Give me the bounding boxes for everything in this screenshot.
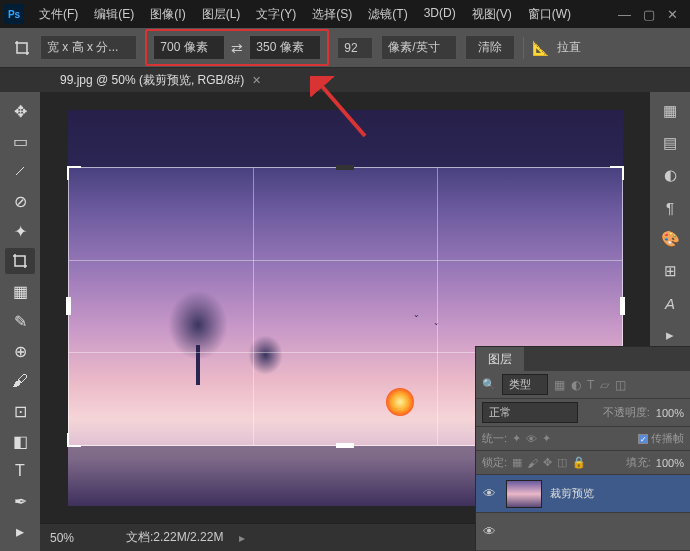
crop-handle-top[interactable]: [336, 165, 354, 170]
path-select-tool[interactable]: ▸: [5, 518, 35, 544]
resolution-unit-select[interactable]: 像素/英寸: [381, 35, 456, 60]
crop-handle-right[interactable]: [620, 297, 625, 315]
layer-row[interactable]: 👁: [476, 513, 690, 551]
filter-adjust-icon[interactable]: ◐: [571, 378, 581, 392]
filter-shape-icon[interactable]: ▱: [600, 378, 609, 392]
crop-height-input[interactable]: 350 像素: [249, 35, 321, 60]
filter-smart-icon[interactable]: ◫: [615, 378, 626, 392]
swatches-panel-icon[interactable]: 🎨: [656, 226, 684, 252]
document-info[interactable]: 文档:2.22M/2.22M: [126, 529, 223, 546]
crop-grid-line: [437, 168, 438, 445]
fill-value[interactable]: 100%: [656, 457, 684, 469]
menu-view[interactable]: 视图(V): [465, 2, 519, 27]
menu-window[interactable]: 窗口(W): [521, 2, 578, 27]
lasso-tool[interactable]: ⟋: [5, 158, 35, 184]
magic-wand-tool[interactable]: ✦: [5, 218, 35, 244]
app-icon: Ps: [4, 4, 24, 24]
layers-unify-row: 统一: ✦ 👁 ✦ ✓ 传播帧: [476, 427, 690, 451]
lock-artboard-icon[interactable]: ◫: [557, 456, 567, 469]
crop-handle-bl[interactable]: [67, 433, 81, 447]
actions-panel-icon[interactable]: ▸: [656, 322, 684, 348]
clear-button[interactable]: 清除: [465, 35, 515, 60]
layers-lock-row: 锁定: ▦ 🖌 ✥ ◫ 🔒 填充: 100%: [476, 451, 690, 475]
crop-handle-tl[interactable]: [67, 166, 81, 180]
libraries-panel-icon[interactable]: ⊞: [656, 258, 684, 284]
fill-label: 填充:: [626, 455, 651, 470]
crop-width-input[interactable]: 700 像素: [153, 35, 225, 60]
menu-filter[interactable]: 滤镜(T): [361, 2, 414, 27]
propagate-checkbox[interactable]: ✓: [638, 434, 648, 444]
layer-name[interactable]: 裁剪预览: [550, 486, 594, 501]
properties-panel-icon[interactable]: ▤: [656, 130, 684, 156]
opacity-value[interactable]: 100%: [656, 407, 684, 419]
unify-style-icon[interactable]: ✦: [542, 432, 551, 445]
menu-file[interactable]: 文件(F): [32, 2, 85, 27]
layers-tab[interactable]: 图层: [476, 347, 524, 372]
resolution-input[interactable]: 92: [337, 37, 373, 59]
blend-mode-select[interactable]: 正常: [482, 402, 578, 423]
filter-pixel-icon[interactable]: ▦: [554, 378, 565, 392]
maximize-button[interactable]: ▢: [643, 7, 655, 22]
close-button[interactable]: ✕: [667, 7, 678, 22]
crop-handle-left[interactable]: [66, 297, 71, 315]
layer-filter-kind-select[interactable]: 类型: [502, 374, 548, 395]
layer-visibility-icon[interactable]: 👁: [480, 524, 498, 539]
layers-blend-row: 正常 不透明度: 100%: [476, 399, 690, 427]
menu-type[interactable]: 文字(Y): [249, 2, 303, 27]
frame-tool[interactable]: ▦: [5, 278, 35, 304]
document-tab[interactable]: 99.jpg @ 50% (裁剪预览, RGB/8#) ✕: [50, 68, 271, 93]
move-tool[interactable]: ✥: [5, 98, 35, 124]
menu-select[interactable]: 选择(S): [305, 2, 359, 27]
status-chevron-icon[interactable]: ▸: [239, 531, 245, 545]
lock-image-icon[interactable]: 🖌: [527, 457, 538, 469]
brush-tool[interactable]: 🖌: [5, 368, 35, 394]
crop-shield-top: [68, 110, 623, 167]
layer-row[interactable]: 👁 裁剪预览: [476, 475, 690, 513]
unify-position-icon[interactable]: ✦: [512, 432, 521, 445]
healing-tool[interactable]: ⊕: [5, 338, 35, 364]
layers-panel-tabs: 图层: [476, 347, 690, 371]
crop-handle-tr[interactable]: [610, 166, 624, 180]
straighten-icon[interactable]: 📐: [532, 40, 549, 56]
eraser-tool[interactable]: ◧: [5, 428, 35, 454]
character-panel-icon[interactable]: A: [656, 290, 684, 316]
layers-filter-row: 🔍 类型 ▦ ◐ T ▱ ◫: [476, 371, 690, 399]
menu-image[interactable]: 图像(I): [143, 2, 192, 27]
document-tab-title: 99.jpg @ 50% (裁剪预览, RGB/8#): [60, 72, 244, 89]
options-bar: 宽 x 高 x 分... 700 像素 ⇄ 350 像素 92 像素/英寸 清除…: [0, 28, 690, 68]
history-panel-icon[interactable]: ▦: [656, 98, 684, 124]
lock-position-icon[interactable]: ✥: [543, 456, 552, 469]
type-tool[interactable]: T: [5, 458, 35, 484]
paragraph-panel-icon[interactable]: ¶: [656, 194, 684, 220]
quick-select-tool[interactable]: ⊘: [5, 188, 35, 214]
layer-visibility-icon[interactable]: 👁: [480, 486, 498, 501]
adjustments-panel-icon[interactable]: ◐: [656, 162, 684, 188]
menu-3d[interactable]: 3D(D): [417, 2, 463, 27]
menu-edit[interactable]: 编辑(E): [87, 2, 141, 27]
collapsed-panels: ▦ ▤ ◐ ¶ 🎨 ⊞ A ▸ ◫: [650, 92, 690, 386]
zoom-level[interactable]: 50%: [50, 531, 110, 545]
lock-all-icon[interactable]: 🔒: [572, 456, 586, 469]
layer-thumbnail[interactable]: [506, 480, 542, 508]
tab-close-icon[interactable]: ✕: [252, 74, 261, 87]
document-tabs: 99.jpg @ 50% (裁剪预览, RGB/8#) ✕: [0, 68, 690, 92]
lock-label: 锁定:: [482, 455, 507, 470]
divider: [523, 37, 524, 59]
crop-handle-bottom[interactable]: [336, 443, 354, 448]
pen-tool[interactable]: ✒: [5, 488, 35, 514]
window-controls: — ▢ ✕: [618, 7, 686, 22]
crop-preset-select[interactable]: 宽 x 高 x 分...: [40, 35, 137, 60]
swap-dimensions-icon[interactable]: ⇄: [231, 40, 243, 56]
marquee-tool[interactable]: ▭: [5, 128, 35, 154]
crop-tool[interactable]: [5, 248, 35, 274]
lock-transparency-icon[interactable]: ▦: [512, 456, 522, 469]
unify-visibility-icon[interactable]: 👁: [526, 433, 537, 445]
stamp-tool[interactable]: ⊡: [5, 398, 35, 424]
minimize-button[interactable]: —: [618, 7, 631, 22]
menu-layer[interactable]: 图层(L): [195, 2, 248, 27]
tools-panel: ✥ ▭ ⟋ ⊘ ✦ ▦ ✎ ⊕ 🖌 ⊡ ◧ T ✒ ▸ ▭ ✋ 🔍: [0, 92, 40, 551]
eyedropper-tool[interactable]: ✎: [5, 308, 35, 334]
opacity-label: 不透明度:: [603, 405, 650, 420]
filter-type-icon[interactable]: T: [587, 378, 594, 392]
unify-label: 统一:: [482, 431, 507, 446]
